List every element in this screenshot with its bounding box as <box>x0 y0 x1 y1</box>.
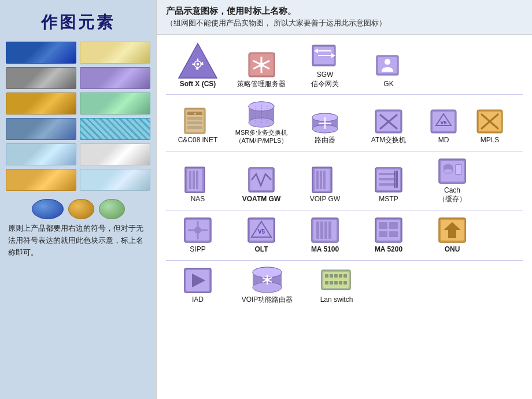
icon-row-3: NAS VOATM GW <box>166 156 523 204</box>
sipp-icon <box>182 215 214 245</box>
icon-item-softx: Soft X (CS) <box>166 42 230 89</box>
cach-label: Cach （缓存） <box>438 186 466 204</box>
color-block-steel <box>6 118 76 140</box>
voip-icon <box>309 165 341 195</box>
icon-row-4: SIPP V5 OLT <box>166 215 523 254</box>
color-block-teal-stripe <box>80 118 150 140</box>
row-divider-3 <box>166 210 523 210</box>
svg-point-24 <box>385 59 390 65</box>
cc08-label: C&C08 iNET <box>178 136 218 145</box>
svg-rect-4 <box>197 58 198 61</box>
mstp-label: MSTP <box>379 195 398 204</box>
svg-point-15 <box>259 62 264 67</box>
right-header: 产品示意图标，使用时标上名称。 （组网图不能使用产品实物图， 所以大家要善于运用… <box>157 0 532 35</box>
svg-rect-122 <box>334 274 338 278</box>
icon-item-sipp: SIPP <box>166 215 230 254</box>
onu-icon <box>437 215 468 245</box>
svg-rect-128 <box>339 281 342 285</box>
icon-item-atm: ATM交换机 <box>357 107 420 145</box>
svg-rect-61 <box>196 171 198 189</box>
icon-row-1: Soft X (CS) 策略管理服务器 <box>166 40 523 88</box>
svg-rect-123 <box>339 274 342 278</box>
voatm-icon <box>246 165 278 195</box>
svg-rect-129 <box>343 281 347 285</box>
svg-rect-120 <box>325 274 328 278</box>
svg-point-87 <box>194 227 201 234</box>
nas-icon <box>182 165 214 195</box>
icon-item-cach: Cach （缓存） <box>420 156 484 204</box>
policy-label: 策略管理服务器 <box>237 80 286 89</box>
page: 作图元素 原则上产品都要用右边的符号，但对于无法用符 <box>0 0 532 399</box>
svg-rect-31 <box>187 126 202 129</box>
svg-rect-75 <box>396 171 398 188</box>
nas-label: NAS <box>191 195 205 204</box>
left-panel: 作图元素 原则上产品都要用右边的符号，但对于无法用符 <box>0 0 156 399</box>
svg-rect-30 <box>187 121 202 124</box>
ma5100-icon <box>309 215 341 245</box>
md-icon: V5 <box>429 107 458 136</box>
svg-rect-121 <box>330 274 333 278</box>
icon-item-gk: GK <box>357 51 420 89</box>
icons-area: Soft X (CS) 策略管理服务器 <box>157 35 532 399</box>
router-icon <box>309 112 341 136</box>
icon-item-router: 路由器 <box>293 112 357 145</box>
svg-rect-126 <box>330 281 333 285</box>
sgw-label: SGW 信令网关 <box>311 71 339 88</box>
softx-icon <box>178 42 218 80</box>
icon-item-cc08: ≡ C&C08 iNET <box>166 107 230 145</box>
svg-rect-97 <box>328 221 331 239</box>
svg-rect-103 <box>389 231 398 237</box>
svg-rect-127 <box>334 281 338 285</box>
gk-icon <box>374 51 404 80</box>
gk-label: GK <box>383 80 393 89</box>
right-panel: 产品示意图标，使用时标上名称。 （组网图不能使用产品实物图， 所以大家要善于运用… <box>156 0 532 399</box>
svg-rect-74 <box>394 171 396 188</box>
icon-item-lan-switch: Lan switch <box>305 265 368 305</box>
msr-icon <box>246 99 278 128</box>
svg-rect-68 <box>323 171 326 189</box>
sgw-icon <box>309 40 341 71</box>
icon-item-voip-router: VOIP功能路由器 <box>230 265 305 305</box>
voip-label: VOIP GW <box>310 195 340 204</box>
mstp-icon <box>373 165 405 195</box>
svg-rect-60 <box>193 171 195 189</box>
icon-item-ma5100: MA 5100 <box>293 215 357 254</box>
svg-rect-82 <box>456 165 461 174</box>
icon-item-sgw: SGW 信令网关 <box>293 40 357 88</box>
softx-label: Soft X (CS) <box>180 80 216 89</box>
policy-icon <box>246 50 278 80</box>
cc08-icon: ≡ <box>182 107 214 136</box>
ma5100-label: MA 5100 <box>311 245 339 254</box>
color-block-cream <box>80 42 150 64</box>
icon-item-msr: MSR多业务交换机 （ATM/IP/MPLS） <box>230 99 293 145</box>
svg-text:V5: V5 <box>257 228 265 235</box>
iad-icon <box>182 265 214 295</box>
color-block-gray <box>6 67 76 89</box>
olt-label: OLT <box>254 245 268 254</box>
color-block-light-blue <box>6 143 76 165</box>
svg-rect-102 <box>379 231 387 237</box>
svg-text:V5: V5 <box>440 120 446 125</box>
note-text: 原则上产品都要用右边的符号，但对于无法用符号表达的就用此色块示意，标上名称即可。 <box>6 223 150 258</box>
row-divider-2 <box>166 151 523 152</box>
lan-switch-label: Lan switch <box>320 295 353 305</box>
svg-rect-100 <box>379 222 387 229</box>
icon-item-iad: IAD <box>166 265 230 305</box>
icon-item-md: V5 MD <box>420 107 467 145</box>
onu-label: ONU <box>445 245 460 254</box>
ma5200-icon <box>373 215 405 245</box>
svg-rect-7 <box>192 63 195 64</box>
mpls-label: MPLS <box>481 136 500 145</box>
olt-icon: V5 <box>246 215 278 245</box>
svg-rect-66 <box>316 171 319 189</box>
icon-row-2: ≡ C&C08 iNET <box>166 99 523 145</box>
color-block-lt-blue2 <box>80 169 150 191</box>
icon-item-onu: ONU <box>420 215 484 254</box>
svg-rect-94 <box>316 221 319 239</box>
row-divider-1 <box>166 94 523 95</box>
svg-rect-72 <box>379 178 396 180</box>
iad-label: IAD <box>192 295 204 305</box>
icon-row-5: IAD VOIP功能路由器 <box>166 265 523 305</box>
svg-point-117 <box>265 278 269 282</box>
cach-icon <box>437 156 468 186</box>
